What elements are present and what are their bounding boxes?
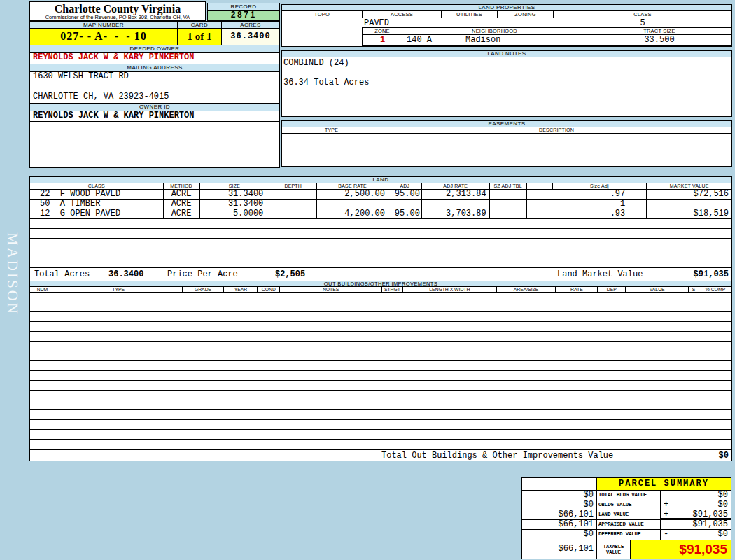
owner-panel: MAP NUMBER CARD ACRES 027- - A- - - 10 1…: [29, 21, 280, 168]
land-note-1: COMBINED (24): [284, 59, 349, 68]
zone-label: ZONE: [363, 28, 402, 34]
land-col-sz-adj-tbl: SZ ADJ TBL: [490, 183, 527, 189]
county-title: Charlotte County Virginia: [30, 3, 205, 15]
easements-section: EASEMENTS TYPE DESCRIPTION: [281, 120, 732, 167]
taxable-value: $91,035: [631, 540, 731, 559]
land-empty-row: [30, 229, 732, 239]
acres-value: 36.3400: [222, 29, 279, 45]
district-vertical-label: MADISON: [4, 232, 21, 344]
land-properties-section: LAND PROPERTIES TOPO ACCESS UTILITIES ZO…: [281, 4, 732, 47]
ps-header-blank: [522, 478, 597, 490]
easements-title: EASEMENTS: [282, 121, 732, 127]
ob-empty-row: [30, 371, 732, 381]
land-col-depth: DEPTH: [270, 183, 317, 189]
land-section: LAND CLASS METHOD SIZE DEPTH BASE RATE A…: [29, 176, 732, 281]
ob-col-notes: NOTES: [280, 287, 382, 292]
address-line-2: CHARLOTTE CH, VA 23923-4015: [30, 92, 279, 104]
land-col-adj: ADJ: [388, 183, 422, 189]
land-empty-row: [30, 239, 732, 248]
ps-row-obldg: $0 OBLDG VALUE +$0: [522, 500, 731, 510]
land-empty-row: [30, 219, 732, 229]
ob-col-sthgt: STHGT: [382, 287, 403, 292]
record-value: 2871: [208, 11, 279, 20]
land-market-value-label: Land Market Value: [557, 270, 643, 280]
ob-empty-row: [30, 410, 732, 420]
total-acres-value: 36.3400: [108, 270, 144, 280]
col-access: ACCESS: [363, 11, 442, 18]
col-class: CLASS: [554, 11, 732, 18]
neighborhood-code: 140 A: [407, 36, 432, 45]
ob-empty-row: [30, 342, 732, 351]
ob-empty-row: [30, 420, 732, 430]
land-col-market-value: MARKET VALUE: [647, 183, 732, 189]
county-subtitle: Commissioner of the Revenue, PO Box 308,…: [30, 15, 205, 20]
ob-col-dep: DEP: [598, 287, 626, 292]
ob-col-rate: RATE: [556, 287, 598, 292]
ps-row-land-value: $66,101 LAND VALUE +$91,035: [522, 510, 731, 520]
land-market-value: $91,035: [694, 270, 729, 280]
price-per-acre-label: Price Per Acre: [167, 270, 238, 280]
owner-panel-filler: [30, 122, 279, 167]
ob-col-cond: COND: [258, 287, 280, 292]
ob-empty-row: [30, 361, 732, 371]
ob-col-length-width: LENGTH X WIDTH: [403, 287, 497, 292]
ob-empty-row: [30, 440, 732, 449]
ob-total-label: Total Out Buildings & Other Improvements…: [382, 451, 613, 461]
land-empty-row: [30, 248, 732, 258]
ob-col-s: S: [689, 287, 699, 292]
ob-empty-row: [30, 322, 732, 332]
land-notes-section: LAND NOTES COMBINED (24) 36.34 Total Acr…: [281, 50, 732, 117]
ob-col-num: NUM: [30, 287, 55, 292]
land-col-class: CLASS: [30, 183, 164, 189]
land-title: LAND: [30, 177, 732, 183]
card-label: CARD: [178, 22, 222, 29]
land-col-size: SIZE: [200, 183, 270, 189]
parcel-summary-title: PARCEL SUMMARY: [597, 478, 731, 490]
ob-empty-row: [30, 400, 732, 410]
ob-col-pct-comp: % COMP: [699, 287, 732, 292]
col-zoning: ZONING: [498, 11, 554, 18]
price-per-acre-value: $2,505: [275, 270, 305, 280]
out-buildings-title: OUT BUILDINGS/OTHER IMPROVEMENTS: [30, 281, 732, 287]
land-totals-row: Total Acres 36.3400 Price Per Acre $2,50…: [30, 268, 732, 281]
col-utilities: UTILITIES: [442, 11, 498, 18]
ps-row-total-bldg: $0 TOTAL BLDG VALUE $0: [522, 491, 731, 500]
ob-col-type: TYPE: [55, 287, 183, 292]
map-number-label: MAP NUMBER: [30, 22, 178, 29]
address-line-1: 1630 WELSH TRACT RD: [30, 72, 279, 83]
easement-type-label: TYPE: [282, 127, 382, 133]
ps-row-deferred: $0 DEFERRED VALUE -$0: [522, 530, 731, 540]
easements-body: [282, 134, 732, 166]
out-buildings-section: OUT BUILDINGS/OTHER IMPROVEMENTS NUM TYP…: [29, 281, 732, 461]
land-col-method: METHOD: [164, 183, 200, 189]
tract-size-value: 33.500: [587, 35, 732, 46]
ob-empty-row: [30, 293, 732, 302]
ob-empty-row: [30, 381, 732, 391]
zone-value: 1: [363, 35, 402, 46]
land-table-row: 50 A TIMBER ACRE 31.3400 1: [30, 200, 732, 209]
land-empty-row: [30, 258, 732, 268]
land-col-base-rate: BASE RATE: [317, 183, 388, 189]
zone-neighborhood-table: ZONE NEIGHBORHOOD TRACT SIZE 1 140 A Mad…: [362, 27, 732, 46]
neighborhood-name: Madison: [465, 36, 500, 45]
ob-empty-row: [30, 430, 732, 440]
out-buildings-total-row: Total Out Buildings & Other Improvements…: [30, 449, 732, 461]
total-acres-label: Total Acres: [34, 270, 90, 280]
county-title-box: Charlotte County Virginia Commissioner o…: [29, 1, 206, 21]
ob-empty-row: [30, 391, 732, 400]
map-number-value: 027- - A- - - 10: [30, 29, 178, 45]
land-col-adj-rate: ADJ RATE: [422, 183, 490, 189]
land-notes-title: LAND NOTES: [282, 51, 732, 57]
taxable-value-label: TAXABLE VALUE: [597, 540, 631, 559]
land-col-size-adj: Size Adj: [553, 183, 648, 189]
neighborhood-label: NEIGHBORHOOD: [402, 28, 587, 34]
col-topo: TOPO: [282, 11, 363, 18]
ob-empty-row: [30, 302, 732, 312]
land-table-row: 12 G OPEN PAVED ACRE 5.0000 4,200.00 95.…: [30, 209, 732, 219]
ob-col-grade: GRADE: [183, 287, 225, 292]
ob-col-value: VALUE: [626, 287, 689, 292]
ob-total-value: $0: [719, 451, 729, 461]
land-col-blank: [527, 183, 553, 189]
acres-label: ACRES: [222, 22, 279, 29]
deeded-owner-value: REYNOLDS JACK W & KARY PINKERTON: [30, 53, 279, 64]
